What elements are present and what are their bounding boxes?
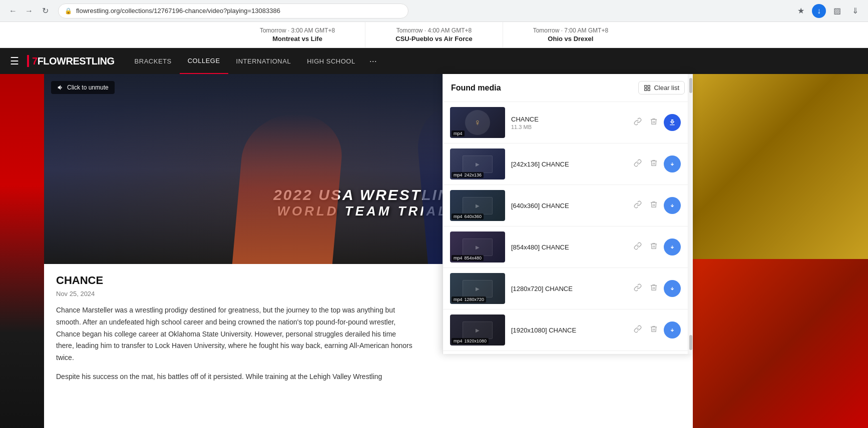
media-delete-button-2[interactable]	[648, 198, 660, 212]
article-paragraph-1: Chance Marsteller was a wrestling prodig…	[56, 304, 412, 364]
media-thumb-2: ▶ mp4 640x360	[450, 190, 505, 221]
ticker-match-1: Montreat vs Life	[260, 35, 335, 42]
ticker-time-2: Tomorrow · 4:00 AM GMT+8	[395, 27, 472, 34]
media-thumb-1: ▶ mp4 242x136	[450, 148, 505, 180]
ticker-bar: Tomorrow · 3:00 AM GMT+8 Montreat vs Lif…	[0, 22, 868, 48]
media-download-button-5[interactable]	[664, 322, 681, 338]
media-thumb-0: ♀ mp4	[450, 107, 505, 138]
bookmark-button[interactable]: ★	[794, 4, 808, 18]
svg-rect-0	[645, 85, 647, 87]
forward-button[interactable]: →	[22, 4, 36, 18]
refresh-button[interactable]: ↻	[38, 4, 52, 18]
found-media-panel: Found media Clear list ♀	[443, 74, 693, 354]
url-text: flowrestling.org/collections/12767196-ch…	[76, 7, 280, 14]
media-thumb-3: ▶ mp4 854x480	[450, 232, 505, 262]
browser-actions: ★ ↓ ▨ ⇓	[794, 4, 862, 18]
media-download-button-1[interactable]	[664, 156, 681, 172]
media-actions-0	[632, 114, 681, 131]
media-actions-4	[632, 280, 681, 297]
ticker-time-3: Tomorrow · 7:00 AM GMT+8	[533, 27, 608, 34]
thumb-badge-1: mp4 242x136	[452, 172, 484, 178]
media-delete-button-4[interactable]	[648, 282, 660, 296]
logo-text: 7FLOWRESTLING	[32, 56, 115, 67]
download-manager-button[interactable]: ⇓	[848, 4, 862, 18]
extensions-button[interactable]: ▨	[830, 4, 844, 18]
article-title: CHANCE	[56, 274, 412, 287]
ticker-item-3[interactable]: Tomorrow · 7:00 AM GMT+8 Ohio vs Drexel	[503, 22, 638, 48]
nav-item-brackets[interactable]: BRACKETS	[127, 48, 180, 74]
left-sidebar-image	[0, 74, 44, 428]
media-download-button-3[interactable]	[664, 238, 681, 256]
thumb-badge-4: mp4 1280x720	[452, 296, 486, 302]
panel-scroll[interactable]: ♀ mp4 CHANCE 11.3 MB	[443, 102, 693, 351]
media-label-3: [854x480] CHANCE	[511, 244, 626, 251]
media-delete-button-0[interactable]	[648, 116, 660, 130]
media-download-button-4[interactable]	[664, 280, 681, 297]
media-item-5: ▶ mp4 1920x1080 [1920x1080] CHANCE	[443, 310, 688, 351]
media-download-button-0[interactable]	[664, 114, 681, 131]
right-images	[693, 74, 868, 428]
media-item-1: ▶ mp4 242x136 [242x136] CHANCE	[443, 144, 688, 185]
media-link-button-1[interactable]	[632, 157, 644, 171]
media-size-0: 11.3 MB	[511, 124, 626, 130]
media-actions-2	[632, 197, 681, 214]
nav-more-button[interactable]: ···	[363, 48, 383, 74]
media-link-button-5[interactable]	[632, 323, 644, 337]
article-date: Nov 25, 2024	[56, 290, 412, 298]
hamburger-icon[interactable]: ☰	[10, 55, 19, 67]
media-link-button-4[interactable]	[632, 282, 644, 296]
media-label-0: CHANCE	[511, 116, 626, 123]
clear-list-label: Clear list	[654, 84, 679, 92]
media-thumb-5: ▶ mp4 1920x1080	[450, 314, 505, 346]
media-link-button-2[interactable]	[632, 198, 644, 212]
media-delete-button-5[interactable]	[648, 323, 660, 337]
nav-item-international[interactable]: INTERNATIONAL	[228, 48, 299, 74]
article-section: CHANCE Nov 25, 2024 Chance Marsteller wa…	[44, 264, 424, 400]
browser-nav: ← → ↻	[6, 4, 52, 18]
site-nav: ☰ 7FLOWRESTLING BRACKETS COLLEGE INTERNA…	[0, 48, 868, 74]
media-item-4: ▶ mp4 1280x720 [1280x720] CHANCE	[443, 268, 688, 310]
media-info-5: [1920x1080] CHANCE	[511, 326, 626, 334]
unmute-label: Click to unmute	[67, 84, 109, 91]
clear-list-button[interactable]: Clear list	[638, 81, 685, 94]
media-item-0: ♀ mp4 CHANCE 11.3 MB	[443, 102, 688, 144]
article-paragraph-2: Despite his success on the mat, his batt…	[56, 371, 412, 383]
site-wrapper: Tomorrow · 3:00 AM GMT+8 Montreat vs Lif…	[0, 22, 868, 428]
thumb-badge-2: mp4 640x360	[452, 214, 484, 220]
media-label-1: [242x136] CHANCE	[511, 160, 626, 168]
media-item-3: ▶ mp4 854x480 [854x480] CHANCE	[443, 226, 688, 268]
media-item-2: ▶ mp4 640x360 [640x360] CHANCE	[443, 185, 688, 226]
panel-scrollbar[interactable]	[688, 74, 693, 354]
media-actions-1	[632, 156, 681, 172]
lock-icon: 🔒	[65, 8, 72, 14]
media-download-button-2[interactable]	[664, 197, 681, 214]
media-actions-3	[632, 238, 681, 256]
media-link-button-0[interactable]	[632, 116, 644, 130]
ticker-item-2[interactable]: Tomorrow · 4:00 AM GMT+8 CSU-Pueblo vs A…	[365, 22, 503, 48]
media-actions-5	[632, 322, 681, 338]
nav-item-high-school[interactable]: HIGH SCHOOL	[299, 48, 363, 74]
svg-rect-2	[645, 88, 647, 90]
right-image-1	[693, 74, 868, 259]
download-button[interactable]: ↓	[812, 4, 826, 18]
media-info-4: [1280x720] CHANCE	[511, 285, 626, 292]
logo[interactable]: 7FLOWRESTLING	[27, 55, 115, 67]
address-bar[interactable]: 🔒 flowrestling.org/collections/12767196-…	[58, 4, 408, 18]
right-image-2	[693, 259, 868, 428]
panel-header: Found media Clear list	[443, 74, 693, 102]
media-delete-button-3[interactable]	[648, 240, 660, 254]
thumb-badge-0: mp4	[452, 130, 465, 136]
content-area: Click to unmute 2022 USA Wrestling World…	[0, 74, 868, 428]
media-info-3: [854x480] CHANCE	[511, 244, 626, 251]
media-info-0: CHANCE 11.3 MB	[511, 116, 626, 130]
media-delete-button-1[interactable]	[648, 157, 660, 171]
media-label-4: [1280x720] CHANCE	[511, 285, 626, 292]
media-info-2: [640x360] CHANCE	[511, 202, 626, 210]
media-link-button-3[interactable]	[632, 240, 644, 254]
nav-item-college[interactable]: COLLEGE	[180, 48, 228, 74]
ticker-match-2: CSU-Pueblo vs Air Force	[395, 35, 472, 42]
ticker-item-1[interactable]: Tomorrow · 3:00 AM GMT+8 Montreat vs Lif…	[230, 22, 365, 48]
click-to-unmute-button[interactable]: Click to unmute	[51, 81, 115, 94]
thumb-badge-5: mp4 1920x1080	[452, 338, 489, 344]
back-button[interactable]: ←	[6, 4, 20, 18]
